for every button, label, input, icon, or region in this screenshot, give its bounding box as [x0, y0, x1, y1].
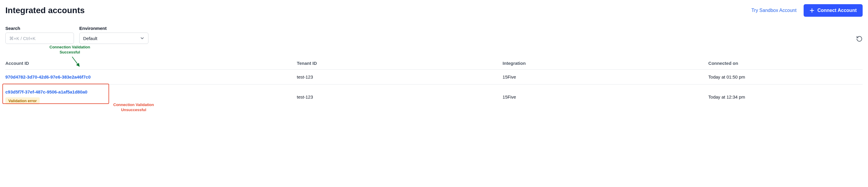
environment-label: Environment: [79, 26, 149, 31]
environment-select[interactable]: Default: [79, 32, 149, 44]
table-header: Account ID Tenant ID Integration Connect…: [5, 58, 863, 70]
connected-on-cell: Today at 12:34 pm: [708, 95, 863, 100]
environment-value: Default: [83, 36, 97, 41]
refresh-button[interactable]: [856, 35, 863, 44]
th-tenant-id: Tenant ID: [297, 61, 502, 66]
chevron-down-icon: [140, 36, 145, 41]
th-account-id: Account ID: [5, 61, 297, 66]
try-sandbox-link[interactable]: Try Sandbox Account: [751, 8, 797, 13]
th-connected-on: Connected on: [708, 61, 863, 66]
tenant-id-cell: test-123: [297, 95, 502, 100]
account-id-link[interactable]: c93d5f7f-37ef-487c-9506-a1af5a1d80a0: [5, 89, 87, 95]
integration-cell: 15Five: [502, 74, 708, 79]
plus-icon: [810, 8, 814, 13]
tenant-id-cell: test-123: [297, 74, 502, 79]
connect-account-button[interactable]: Connect Account: [804, 4, 863, 17]
search-input[interactable]: [5, 32, 74, 44]
account-id-link[interactable]: 970d4782-3d70-42d6-97e6-383e2a46f7c0: [5, 74, 297, 79]
table-row: c93d5f7f-37ef-487c-9506-a1af5a1d80a0 Val…: [5, 84, 863, 109]
table-row: 970d4782-3d70-42d6-97e6-383e2a46f7c0 tes…: [5, 70, 863, 84]
annotation-success: Connection Validation Successful: [50, 45, 90, 55]
connected-on-cell: Today at 01:50 pm: [708, 74, 863, 79]
search-label: Search: [5, 26, 74, 31]
connect-account-label: Connect Account: [817, 8, 857, 13]
arrow-fail-icon: [111, 113, 135, 113]
page-title: Integrated accounts: [5, 6, 85, 15]
refresh-icon: [856, 35, 863, 42]
integration-cell: 15Five: [502, 95, 708, 100]
th-integration: Integration: [502, 61, 708, 66]
validation-error-badge: Validation error: [5, 98, 40, 104]
